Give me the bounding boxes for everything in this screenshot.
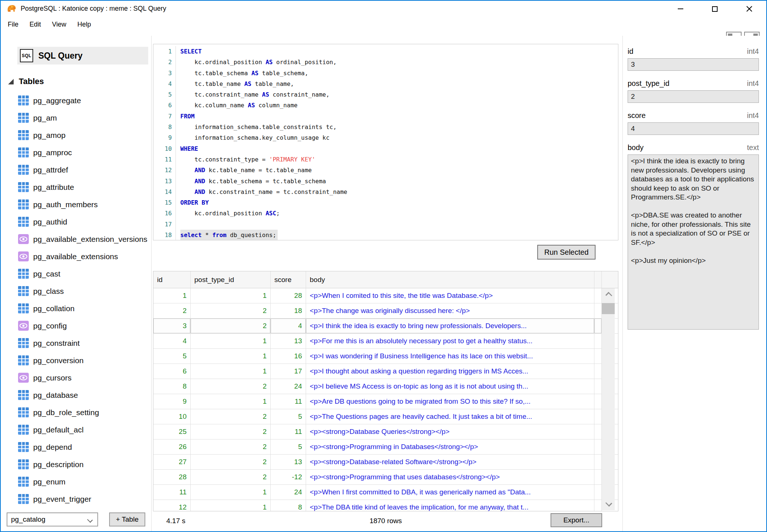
line-number: 10 (153, 143, 176, 154)
cell-body: <p>I was wondering if Business Intellige… (306, 349, 594, 364)
column-header-id[interactable]: id (153, 271, 191, 288)
table-row[interactable]: 28 2 -12 <p><strong>Programming that use… (153, 470, 618, 485)
sidebar-table-item[interactable]: pg_auth_members (1, 196, 151, 213)
column-header-body[interactable]: body (306, 271, 594, 288)
line-code: AND kc.table_name = tc.table_name (176, 165, 618, 175)
cell-filler (594, 288, 602, 303)
cell-score: 16 (271, 349, 306, 364)
editor-line: 4 tc.table_name AS table_name, (153, 79, 618, 89)
table-row[interactable]: 1 1 28 <p>When I comited to this site, t… (153, 288, 618, 303)
table-row[interactable]: 9 1 11 <p>Are DB questions going to be m… (153, 394, 618, 409)
scroll-down-icon[interactable] (605, 500, 612, 507)
column-header-score[interactable]: score (271, 271, 306, 288)
cell-score: 13 (271, 334, 306, 348)
sql-editor[interactable]: 1 SELECT 2 kc.ordinal_position AS ordina… (153, 44, 618, 240)
table-row[interactable]: 10 2 5 <p>The Questions pages are heavil… (153, 409, 618, 424)
column-header-post-type-id[interactable]: post_type_id (191, 271, 271, 288)
sidebar-table-item[interactable]: pg_cursors (1, 369, 151, 386)
sidebar-table-item[interactable]: pg_database (1, 386, 151, 404)
line-code: kc.ordinal_position ASC; (176, 208, 618, 219)
table-row[interactable]: 12 1 8 <p>The DBA title kind of leaves t… (153, 500, 618, 511)
field-value-input[interactable]: <p>I think the idea is exactly to bring … (628, 154, 759, 330)
table-row[interactable]: 25 2 11 <p><strong>Database Queries</str… (153, 424, 618, 439)
sidebar-table-item[interactable]: pg_class (1, 282, 151, 300)
table-name: pg_collation (33, 304, 74, 313)
menu-view[interactable]: View (46, 19, 72, 30)
maximize-button[interactable] (698, 1, 732, 17)
sidebar-table-item[interactable]: pg_am (1, 109, 151, 126)
sidebar-table-item[interactable]: pg_aggregate (1, 92, 151, 109)
editor-line: 15 ORDER BY (153, 197, 618, 208)
table-row[interactable]: 26 2 5 <p><strong>Programming in Databas… (153, 439, 618, 455)
cell-score: -12 (271, 470, 306, 484)
table-icon (18, 389, 29, 401)
line-number: 5 (153, 89, 176, 100)
field-value-input[interactable]: 2 (628, 90, 759, 103)
sidebar-table-item[interactable]: pg_constraint (1, 334, 151, 352)
table-row[interactable]: 27 2 13 <p><strong>Database-related Soft… (153, 455, 618, 470)
editor-line: 2 kc.ordinal_position AS ordinal_positio… (153, 57, 618, 67)
sidebar-table-item[interactable]: pg_attribute (1, 178, 151, 196)
tables-label: Tables (19, 77, 44, 86)
table-row[interactable]: 6 1 17 <p>I thought about asking a quest… (153, 364, 618, 379)
line-code: tc.table_name AS table_name, (176, 79, 618, 89)
sidebar-table-item[interactable]: pg_config (1, 317, 151, 334)
cell-id: 1 (153, 288, 191, 303)
table-row[interactable]: 3 2 4 <p>I think the idea is exactly to … (153, 319, 618, 334)
sidebar-table-item[interactable]: pg_event_trigger (1, 490, 151, 508)
sidebar-table-item[interactable]: pg_cast (1, 265, 151, 282)
results-rows: 1 1 28 <p>When I comited to this site, t… (153, 288, 618, 511)
cell-id: 28 (153, 470, 191, 484)
table-row[interactable]: 5 1 16 <p>I was wondering if Business In… (153, 349, 618, 364)
add-table-button[interactable]: + Table (109, 512, 145, 526)
table-name: pg_attribute (33, 183, 74, 192)
sidebar-table-item[interactable]: pg_amproc (1, 144, 151, 161)
cell-id: 2 (153, 303, 191, 318)
editor-line: 16 kc.ordinal_position ASC; (153, 208, 618, 219)
line-number: 4 (153, 79, 176, 89)
scrollbar-thumb[interactable] (602, 303, 615, 314)
table-icon (18, 216, 29, 227)
table-icon (18, 459, 29, 470)
export-button[interactable]: Export... (551, 513, 602, 527)
sidebar-table-item[interactable]: pg_amop (1, 126, 151, 144)
sidebar-table-item[interactable]: pg_description (1, 456, 151, 473)
sidebar-table-item[interactable]: pg_depend (1, 438, 151, 456)
sidebar-table-item[interactable]: pg_db_role_setting (1, 404, 151, 421)
run-selected-button[interactable]: Run Selected (537, 245, 596, 260)
sidebar-table-item[interactable]: pg_enum (1, 473, 151, 490)
sidebar-table-item[interactable]: pg_available_extensions (1, 248, 151, 265)
table-name: pg_description (33, 460, 84, 469)
menu-help[interactable]: Help (72, 19, 97, 30)
view-icon (18, 233, 29, 245)
cell-body: <p>The DBA title kind of leaves the impl… (306, 500, 594, 511)
view-icon (18, 320, 29, 331)
close-button[interactable] (732, 1, 766, 17)
sidebar-table-item[interactable]: pg_collation (1, 300, 151, 317)
cell-id: 27 (153, 455, 191, 469)
menu-edit[interactable]: Edit (24, 19, 46, 30)
scroll-up-icon[interactable] (605, 292, 612, 299)
tables-tree-header[interactable]: Tables (1, 74, 44, 89)
table-icon (18, 493, 29, 505)
sidebar-table-item[interactable]: pg_default_acl (1, 421, 151, 438)
field-value-input[interactable]: 4 (628, 122, 759, 135)
table-row[interactable]: 8 2 24 <p>I believe MS Access is on-topi… (153, 379, 618, 394)
table-row[interactable]: 4 1 13 <p>For me this is an absolutely n… (153, 334, 618, 349)
results-header-row: id post_type_id score body (153, 271, 618, 288)
sidebar-table-item[interactable]: pg_attrdef (1, 161, 151, 178)
field-value-input[interactable]: 3 (628, 58, 759, 71)
sidebar-table-item[interactable]: pg_authid (1, 213, 151, 230)
sidebar-table-item[interactable]: pg_available_extension_versions (1, 230, 151, 248)
results-scrollbar[interactable] (602, 288, 615, 510)
sidebar-table-item[interactable]: pg_extension (1, 508, 151, 511)
minimize-button[interactable] (663, 1, 698, 17)
field-type: int4 (747, 111, 759, 120)
table-row[interactable]: 11 1 24 <p>When I first committed to DBA… (153, 485, 618, 500)
menu-file[interactable]: File (2, 19, 24, 30)
sql-query-header[interactable]: SQL SQL Query (17, 47, 148, 65)
sidebar-table-item[interactable]: pg_conversion (1, 352, 151, 369)
schema-select[interactable]: pg_catalog (7, 512, 98, 526)
table-row[interactable]: 2 2 18 <p>The change was originally disc… (153, 303, 618, 319)
cell-score: 4 (271, 319, 306, 333)
